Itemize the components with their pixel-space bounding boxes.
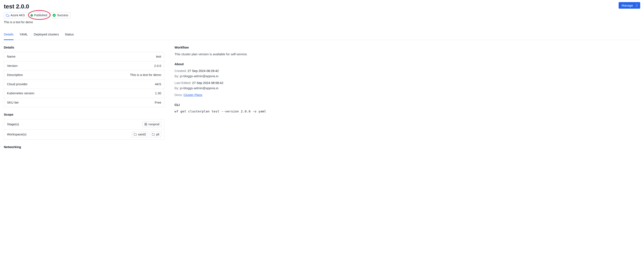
row-key: Stage(s): [7, 122, 19, 127]
edited-label: Last Edited:: [174, 81, 191, 85]
cli-heading: CLI: [174, 103, 640, 107]
row-value: Free: [155, 100, 161, 105]
table-row: Version 2.0.0: [4, 61, 164, 71]
cli-command: wf get clusterplan test --version 2.0.0 …: [174, 109, 640, 114]
table-row: Description This is a test for demo: [4, 70, 164, 80]
row-value: test: [156, 54, 161, 59]
scope-table: Stage(s) nonprod Workspace(s) sand2: [4, 119, 164, 140]
row-value: sand2 plt: [130, 132, 161, 137]
tabs: Details YAML Deployed clusters Status: [4, 30, 640, 40]
docs-link[interactable]: Cluster Plans: [184, 93, 202, 97]
manage-button-label: Manage: [622, 3, 633, 7]
tab-yaml[interactable]: YAML: [20, 30, 28, 40]
published-badge-label: Published: [34, 13, 47, 17]
stage-chip-label: nonprod: [148, 122, 159, 127]
folder-icon: [134, 133, 137, 136]
green-dot-icon: [30, 14, 33, 17]
row-key: Cloud provider: [7, 82, 28, 87]
provider-badge-label: Azure AKS: [10, 13, 25, 17]
row-value: 1.30: [155, 91, 161, 96]
svg-rect-0: [144, 123, 145, 124]
edited-by-value: jo-bloggs-admin@appvia.io: [180, 86, 218, 90]
page-subtitle: This is a test for demo: [4, 20, 70, 24]
docs-label: Docs:: [174, 93, 182, 97]
stage-chip: nonprod: [142, 122, 161, 127]
about-heading: About: [174, 62, 640, 67]
row-value: This is a test for demo: [130, 73, 161, 77]
created-value: 27 Sep 2024 08:28:42: [188, 69, 219, 73]
cloud-icon: [6, 14, 9, 17]
created-label: Created:: [174, 69, 187, 73]
scope-heading: Scope: [4, 112, 164, 117]
check-circle-icon: [52, 14, 56, 17]
row-key: SKU tier: [7, 100, 19, 105]
success-badge-label: Success: [57, 13, 68, 17]
tab-details[interactable]: Details: [4, 30, 14, 40]
badges-row: Azure AKS Published Success: [4, 12, 70, 18]
details-table: Name test Version 2.0.0 Description This…: [4, 52, 164, 107]
row-key: Description: [7, 73, 23, 77]
provider-badge: Azure AKS: [4, 12, 27, 18]
folder-icon: [152, 133, 155, 136]
row-key: Version: [7, 63, 18, 68]
workspace-chip-label: plt: [156, 132, 159, 137]
table-row: Name test: [4, 52, 164, 61]
row-value: AKS: [155, 82, 161, 87]
workspace-chip-label: sand2: [138, 132, 146, 137]
manage-button[interactable]: Manage: [619, 2, 640, 9]
table-row: SKU tier Free: [4, 98, 164, 107]
grid-icon: [144, 123, 147, 126]
created-by-label: By:: [174, 74, 179, 78]
networking-heading: Networking: [4, 145, 164, 149]
row-value: 2.0.0: [154, 63, 161, 68]
workspace-chip: plt: [150, 132, 161, 137]
details-heading: Details: [4, 45, 164, 50]
page-title: test 2.0.0: [4, 2, 70, 11]
tab-status[interactable]: Status: [65, 30, 74, 40]
tab-deployed-clusters[interactable]: Deployed clusters: [34, 30, 59, 40]
row-key: Kubernetes version: [7, 91, 34, 96]
row-key: Workspace(s): [7, 132, 26, 137]
more-dots-icon[interactable]: [635, 4, 637, 7]
workflow-heading: Workflow: [174, 45, 640, 50]
success-badge: Success: [50, 12, 70, 18]
edited-by-label: By:: [174, 86, 179, 90]
table-row: Kubernetes version 1.30: [4, 89, 164, 98]
svg-rect-2: [144, 125, 145, 125]
edited-value: 27 Sep 2024 08:58:42: [192, 81, 223, 85]
row-value: nonprod: [141, 122, 161, 127]
table-row: Stage(s) nonprod: [4, 119, 164, 130]
row-key: Name: [7, 54, 16, 59]
table-row: Workspace(s) sand2 plt: [4, 130, 164, 139]
created-by-value: jo-bloggs-admin@appvia.io: [180, 74, 218, 78]
table-row: Cloud provider AKS: [4, 80, 164, 89]
svg-rect-1: [146, 123, 147, 124]
published-badge: Published: [28, 12, 50, 18]
workspace-chip: sand2: [132, 132, 148, 137]
svg-rect-3: [146, 125, 147, 125]
workflow-text: This cluster plan version is available f…: [174, 52, 640, 57]
